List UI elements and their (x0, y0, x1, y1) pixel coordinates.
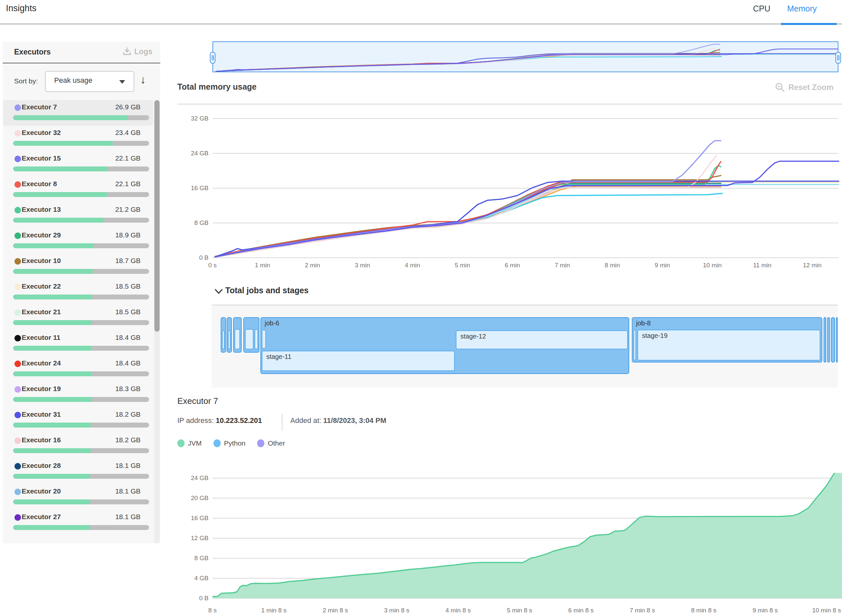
stage-bar[interactable] (634, 330, 636, 361)
executor-row[interactable]: Executor 2718.1 GB (3, 510, 153, 535)
executor-usage-bar (13, 525, 149, 530)
stage-bar-stage-12[interactable]: stage-12 (456, 330, 628, 349)
x-axis-label: 5 min 8 s (507, 607, 532, 614)
executor-usage-bar (13, 218, 149, 223)
x-axis-label: 11 min (753, 262, 772, 269)
executor-name: Executor 27 (22, 513, 61, 521)
zoom-brush-strip[interactable] (213, 41, 838, 72)
executor-peak-value: 18.2 GB (115, 436, 141, 444)
legend-label: Python (224, 439, 245, 447)
executor-row[interactable]: Executor 1118.4 GB (3, 331, 153, 356)
x-axis-label: 2 min (305, 262, 320, 269)
executor-usage-fill (13, 499, 90, 505)
stage-bar[interactable] (222, 330, 224, 349)
memory-type-legend: JVMPythonOther (177, 439, 285, 447)
executor-name: Executor 16 (22, 436, 61, 444)
stage-bar[interactable] (228, 330, 230, 349)
executor-usage-bar (13, 397, 149, 402)
job-bar[interactable] (836, 317, 838, 362)
executor-row[interactable]: Executor 2818.1 GB (3, 459, 153, 484)
reset-zoom-button[interactable]: Reset Zoom (775, 82, 833, 92)
stage-bar-stage-19[interactable]: stage-19 (637, 330, 820, 361)
executor-name: Executor 20 (22, 487, 61, 495)
executor-peak-value: 18.1 GB (115, 462, 141, 469)
ip-address-row: IP address: 10.223.52.201 (177, 417, 262, 425)
executor-row[interactable]: Executor 2118.5 GB (3, 305, 153, 331)
total-memory-chart[interactable] (177, 104, 842, 273)
y-axis-label: 0 B (179, 254, 208, 261)
series-executor-14 (215, 194, 722, 257)
sort-select[interactable]: Peak usage (45, 71, 134, 92)
executor-color-dot (15, 309, 21, 316)
executor-name: Executor 10 (22, 257, 61, 265)
stage-bar[interactable] (245, 329, 254, 349)
legend-item-jvm: JVM (177, 439, 202, 447)
tab-cpu[interactable]: CPU (753, 4, 770, 13)
executor-row[interactable]: Executor 1321.2 GB (3, 202, 153, 228)
jobs-gantt-panel: job-6stage-12stage-11job-8stage-19 (212, 305, 838, 387)
executor-row[interactable]: Executor 1018.7 GB (3, 254, 153, 279)
executor-peak-value: 18.7 GB (115, 257, 141, 265)
executor-usage-fill (13, 422, 91, 428)
executor-peak-value: 18.2 GB (115, 411, 141, 418)
executor-usage-fill (13, 243, 94, 248)
executor-peak-value: 18.1 GB (115, 487, 141, 495)
ip-address-value: 10.223.52.201 (216, 417, 262, 425)
executor-color-dot (15, 207, 21, 213)
executor-color-dot (15, 104, 21, 111)
executor-row[interactable]: Executor 2418.4 GB (3, 356, 153, 382)
scrollbar-thumb[interactable] (154, 100, 160, 331)
job-bar[interactable] (827, 317, 830, 362)
executor-name: Executor 7 (22, 103, 57, 111)
executor-color-dot (15, 284, 21, 290)
brush-handle-right[interactable] (835, 52, 841, 64)
executor-name: Executor 24 (22, 359, 61, 367)
executor-usage-fill (13, 295, 92, 299)
x-axis-label: 4 min 8 s (445, 607, 471, 614)
jobs-section-title[interactable]: Total jobs and stages (225, 286, 309, 295)
logs-button[interactable]: Logs (122, 47, 153, 56)
legend-label: Other (268, 439, 285, 447)
series-executor-7 (215, 141, 721, 257)
job-bar[interactable] (824, 317, 826, 362)
executor-name: Executor 21 (22, 308, 61, 316)
executor-row[interactable]: Executor 1618.2 GB (3, 433, 153, 459)
sort-direction-button[interactable]: ↓ (140, 73, 146, 86)
executor-row[interactable]: Executor 2018.1 GB (3, 484, 153, 510)
executor-row[interactable]: Executor 1918.3 GB (3, 382, 153, 408)
executor-row[interactable]: Executor 3118.2 GB (3, 408, 153, 433)
executor-row[interactable]: Executor 2218.5 GB (3, 279, 153, 305)
executor-row[interactable]: Executor 822.1 GB (3, 177, 153, 202)
executor-usage-fill (13, 371, 91, 376)
stage-bar[interactable] (262, 330, 266, 349)
y-axis-label: 16 GB (179, 185, 208, 192)
stage-bar-stage-11[interactable]: stage-11 (262, 351, 455, 371)
x-axis-label: 6 min 8 s (568, 607, 593, 614)
active-tab-underline (781, 23, 837, 25)
executor-row[interactable]: Executor 726.9 GB (3, 100, 153, 126)
executor-usage-bar (13, 320, 149, 325)
brush-handle-left[interactable] (210, 52, 216, 64)
tab-memory[interactable]: Memory (787, 4, 817, 13)
executor-usage-fill (13, 320, 92, 325)
executor-name: Executor 29 (22, 231, 61, 239)
legend-dot (177, 439, 185, 447)
executor-name: Executor 13 (22, 205, 61, 213)
job-bar[interactable] (831, 317, 835, 362)
executor-name: Executor 28 (22, 462, 61, 469)
executors-panel: Executors Logs Sort by: Peak usage ↓ Exe… (3, 42, 160, 543)
collapse-chevron-icon[interactable] (214, 288, 223, 295)
executor-usage-fill (13, 141, 113, 146)
executor-row[interactable]: Executor 3223.4 GB (3, 126, 153, 151)
legend-dot (213, 439, 221, 447)
stage-bar[interactable] (255, 329, 258, 349)
executor-memory-chart[interactable] (177, 473, 842, 604)
executor-name: Executor 22 (22, 282, 61, 290)
stage-bar[interactable] (235, 329, 240, 349)
executor-row[interactable]: Executor 1522.1 GB (3, 151, 153, 177)
download-icon (122, 47, 132, 56)
executor-color-dot (15, 361, 21, 367)
x-axis-label: 5 min (455, 262, 470, 269)
executor-row[interactable]: Executor 2918.9 GB (3, 228, 153, 254)
executor-usage-bar (13, 295, 149, 299)
